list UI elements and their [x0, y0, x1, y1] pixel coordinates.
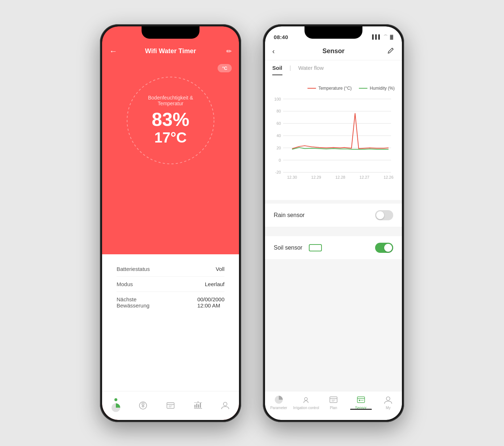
info-row-battery: Batteriestatus Voll	[117, 262, 224, 277]
svg-text:100: 100	[274, 97, 281, 101]
mode-value: Leerlauf	[205, 281, 224, 287]
next-label: NächsteBewässerung	[117, 296, 150, 309]
parameter-icon	[111, 403, 121, 413]
svg-rect-12	[200, 403, 201, 408]
svg-point-46	[386, 397, 390, 400]
battery-icon: ▓	[390, 34, 393, 39]
info-row-mode: Modus Leerlauf	[117, 277, 224, 292]
soil-sensor-icon	[309, 244, 322, 251]
plan-icon-2	[329, 395, 338, 404]
chart-container: 100 80 60 40 20 0 -20 12.30 12.29 12.28 …	[272, 95, 395, 182]
bottom-nav-2: Parameter Irrigation control	[265, 391, 402, 420]
notch-1	[142, 26, 200, 39]
bank-icon	[193, 400, 203, 411]
status-time: 08:40	[274, 34, 288, 40]
soil-sensor-left: Soil sensor	[274, 244, 322, 251]
svg-text:-20: -20	[275, 170, 281, 174]
svg-rect-38	[330, 397, 337, 403]
nav-user-1[interactable]	[220, 400, 230, 411]
svg-text:0: 0	[279, 158, 281, 162]
active-indicator	[350, 409, 372, 410]
svg-text:80: 80	[277, 109, 281, 113]
battery-label: Batteriestatus	[117, 266, 150, 272]
svg-text:12.26: 12.26	[383, 175, 393, 179]
soil-sensor-row: Soil sensor	[265, 236, 402, 260]
phone-1: ← Wifi Water Timer ✏ °C Bodenfeuchtigkei…	[100, 24, 241, 422]
nav-parameter-2[interactable]: Parameter	[265, 395, 293, 410]
svg-text:12.30: 12.30	[287, 175, 297, 179]
back-button-2[interactable]: ‹	[272, 47, 275, 55]
nav-irrigation-1[interactable]	[138, 400, 148, 411]
svg-point-16	[223, 402, 227, 406]
plan-icon	[165, 400, 176, 411]
next-value: 00/00/200012:00 AM	[197, 296, 224, 309]
svg-text:12.29: 12.29	[311, 175, 321, 179]
chart-area: Temperature (°C) Humidity (%)	[265, 80, 402, 188]
temp-legend-line	[307, 88, 316, 89]
svg-rect-42	[357, 397, 365, 403]
tab-water-flow[interactable]: Water flow	[298, 65, 324, 75]
rain-sensor-section: Rain sensor	[265, 204, 402, 227]
svg-point-15	[197, 402, 198, 403]
temp-legend-label: Temperature (°C)	[318, 86, 352, 91]
svg-text:20: 20	[277, 145, 281, 150]
legend-humidity: Humidity (%)	[359, 86, 395, 91]
back-button-1[interactable]: ←	[109, 47, 117, 56]
mode-label: Modus	[117, 281, 133, 287]
irrigation-icon	[138, 400, 148, 411]
nav-sensor-2[interactable]: Sensor	[347, 395, 375, 410]
signal-icon: ▌▌▌	[372, 34, 382, 39]
svg-line-17	[392, 48, 393, 49]
nav-irrigation-label: Irrigation control	[293, 406, 319, 410]
chart-svg: 100 80 60 40 20 0 -20 12.30 12.29 12.28 …	[272, 95, 395, 182]
gauge-label: Bodenfeuchtigkeit &Temperatur	[148, 95, 193, 106]
nav-parameter-1[interactable]	[111, 398, 121, 413]
info-row-next: NächsteBewässerung 00/00/200012:00 AM	[117, 292, 224, 313]
soil-sensor-label: Soil sensor	[274, 245, 302, 251]
svg-text:12.27: 12.27	[360, 175, 369, 179]
nav-plan-1[interactable]	[165, 400, 176, 411]
rain-sensor-toggle[interactable]	[375, 210, 393, 220]
phone1-title: Wifi Water Timer	[145, 47, 196, 55]
sensor-tabs: Soil | Water flow	[265, 60, 402, 75]
edit-button-1[interactable]: ✏	[226, 47, 232, 55]
gauge-percent: 83%	[152, 110, 189, 129]
soil-toggle-knob	[384, 244, 392, 252]
svg-text:60: 60	[277, 121, 281, 126]
rain-sensor-label: Rain sensor	[274, 212, 304, 218]
svg-rect-11	[198, 404, 199, 408]
soil-sensor-toggle[interactable]	[375, 243, 393, 253]
svg-text:12.28: 12.28	[335, 175, 345, 179]
svg-point-37	[304, 398, 307, 400]
rain-toggle-knob	[376, 211, 384, 219]
humid-legend-label: Humidity (%)	[370, 86, 395, 91]
svg-point-44	[359, 400, 360, 401]
edit-button-2[interactable]	[387, 47, 395, 55]
svg-text:40: 40	[277, 133, 281, 138]
nav-my-label: My	[386, 406, 391, 410]
celsius-toggle[interactable]: °C	[218, 64, 232, 72]
phone2-title: Sensor	[322, 47, 344, 55]
nav-my-2[interactable]: My	[374, 395, 402, 410]
info-area: Batteriestatus Voll Modus Leerlauf Nächs…	[102, 254, 239, 391]
nav-plan-label: Plan	[330, 406, 337, 410]
phone1-header: ← Wifi Water Timer ✏	[102, 42, 239, 60]
nav-irrigation-2[interactable]: Irrigation control	[293, 395, 320, 410]
nav-bank-1[interactable]	[193, 400, 203, 411]
controls-bg	[265, 200, 402, 391]
tab-soil[interactable]: Soil	[272, 65, 282, 75]
gauge-temp: 17°C	[154, 129, 186, 146]
battery-value: Voll	[216, 266, 224, 272]
svg-rect-9	[194, 405, 196, 408]
user-icon-1	[220, 400, 230, 411]
irrigation-icon-2	[301, 395, 311, 404]
sensor-icon	[356, 395, 366, 404]
soil-sensor-section: Soil sensor	[265, 236, 402, 260]
edit-icon	[387, 47, 395, 54]
svg-point-2	[142, 403, 144, 405]
nav-plan-2[interactable]: Plan	[320, 395, 347, 410]
rain-sensor-row: Rain sensor	[265, 204, 402, 227]
svg-rect-5	[167, 403, 174, 408]
phone-2: 08:40 ▌▌▌ ⌒ ▓ ‹ Sensor	[263, 24, 404, 422]
chart-legend: Temperature (°C) Humidity (%)	[272, 86, 395, 91]
